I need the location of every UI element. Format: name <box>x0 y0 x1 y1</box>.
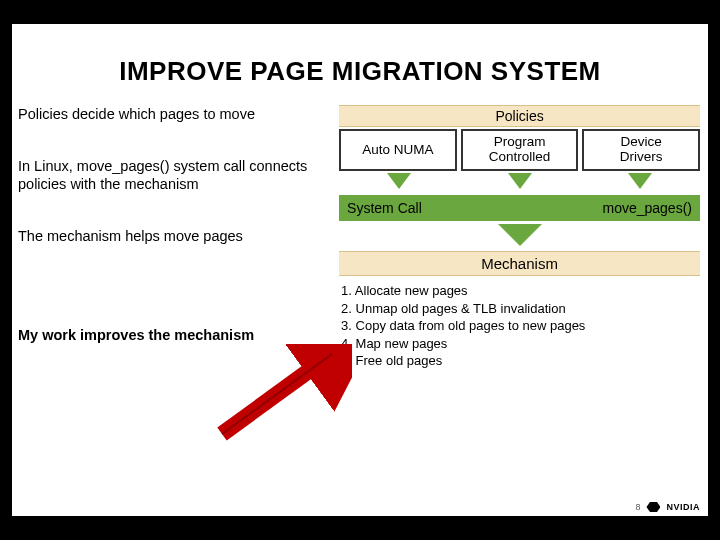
mechanism-steps: 1. Allocate new pages 2. Unmap old pages… <box>339 276 700 372</box>
mech-step: 3. Copy data from old pages to new pages <box>341 317 698 335</box>
policy-box-label: Controlled <box>489 150 551 165</box>
policy-box-label: Drivers <box>620 150 663 165</box>
syscall-to-mechanism-arrow-row <box>339 221 700 251</box>
policy-box-auto-numa: Auto NUMA <box>339 129 457 171</box>
syscall-function: move_pages() <box>602 200 700 216</box>
down-arrow-icon <box>508 173 532 189</box>
left-column: Policies decide which pages to move In L… <box>12 105 339 517</box>
bullet-policies: Policies decide which pages to move <box>18 105 331 123</box>
svg-line-2 <box>222 354 332 434</box>
mech-step: 4. Map new pages <box>341 335 698 353</box>
mech-step: 5. Free old pages <box>341 352 698 370</box>
bullet-mywork: My work improves the mechanism <box>18 326 331 344</box>
nvidia-logo-icon <box>646 502 660 512</box>
brand-label: NVIDIA <box>666 502 700 512</box>
right-column: Policies Auto NUMA Program Controlled De… <box>339 105 708 517</box>
mech-step: 2. Unmap old pages & TLB invalidation <box>341 300 698 318</box>
page-number: 8 <box>635 502 640 512</box>
policy-box-label: Device <box>620 135 663 150</box>
policy-box-label: Program <box>489 135 551 150</box>
mechanism-header: Mechanism <box>339 251 700 276</box>
policy-box-device-drivers: Device Drivers <box>582 129 700 171</box>
bullet-syscall: In Linux, move_pages() system call conne… <box>18 157 331 193</box>
down-arrow-icon <box>498 224 542 246</box>
bullet-mechanism: The mechanism helps move pages <box>18 227 331 245</box>
syscall-label: System Call <box>339 200 422 216</box>
down-arrow-icon <box>628 173 652 189</box>
policies-header: Policies <box>339 105 700 127</box>
down-arrow-icon <box>387 173 411 189</box>
slide-footer: 8 NVIDIA <box>635 502 700 512</box>
policy-boxes-row: Auto NUMA Program Controlled Device Driv… <box>339 129 700 171</box>
policy-arrows-row <box>339 171 700 193</box>
red-arrow-icon <box>212 344 352 444</box>
policy-box-program-controlled: Program Controlled <box>461 129 579 171</box>
syscall-band: System Call move_pages() <box>339 195 700 221</box>
mech-step: 1. Allocate new pages <box>341 282 698 300</box>
slide-title: IMPROVE PAGE MIGRATION SYSTEM <box>12 24 708 87</box>
